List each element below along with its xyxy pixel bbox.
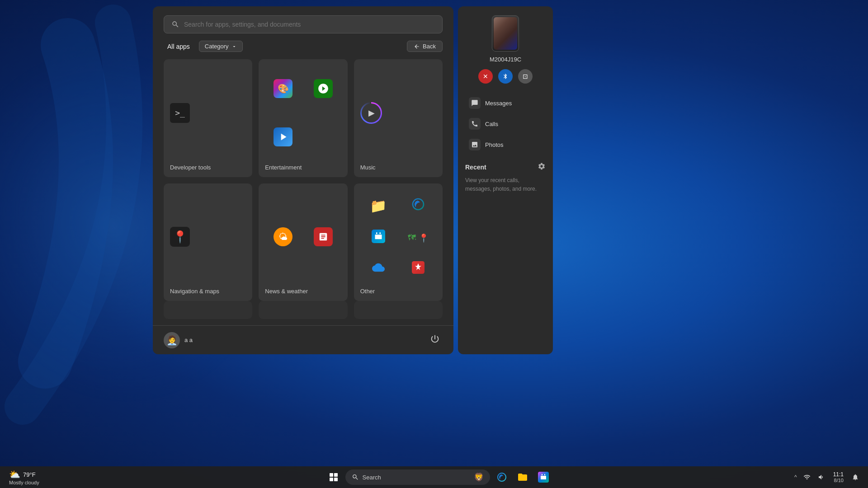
phone-menu-calls[interactable]: Calls [465, 113, 546, 134]
weather-temp: 79°F [23, 471, 36, 478]
phone-menu-photos[interactable]: Photos [465, 134, 546, 155]
store-icon [372, 230, 385, 246]
user-info[interactable]: 🧑‍💼 a a [164, 332, 193, 348]
taskbar-folder-icon [517, 472, 528, 483]
app-grid: >_ Developer tools 🎨 Entertainment [153, 59, 453, 301]
user-name: a a [184, 337, 193, 343]
movies-icon [274, 127, 292, 146]
news-icon [314, 227, 333, 246]
app-card-icons: 📍 [170, 192, 246, 283]
phone-device-name: M2004J19C [465, 56, 546, 63]
phone-action-disconnect[interactable]: ✕ [478, 69, 493, 84]
maps2-icon: 🗺 📍 [408, 233, 429, 243]
edge-icon [411, 197, 425, 215]
folder-icon: 📁 [370, 198, 387, 214]
phone-action-bluetooth[interactable] [498, 69, 513, 84]
app-card-label: News & weather [265, 288, 308, 295]
app-card-label: Entertainment [265, 164, 302, 171]
taskbar: ⛅ 79°F Mostly cloudy Search 🦁 [0, 466, 868, 488]
notification-center-button[interactable] [849, 471, 862, 483]
partial-card-1 [164, 301, 252, 319]
photos-label: Photos [485, 141, 503, 148]
phone-screen [494, 17, 517, 50]
weather-row: ⛅ 79°F [9, 469, 39, 480]
clock-widget[interactable]: 11:1 8/10 [830, 470, 847, 484]
user-avatar: 🧑‍💼 [164, 332, 180, 348]
recent-header: Recent [465, 162, 546, 172]
photos-icon [469, 139, 481, 150]
xbox-icon [314, 79, 333, 98]
recent-description: View your recent calls, messages, photos… [465, 177, 537, 192]
back-arrow-icon [414, 43, 420, 50]
chevron-down-icon [231, 44, 237, 49]
app-card-label: Navigation & maps [170, 288, 219, 295]
search-icon [171, 20, 179, 28]
partial-card-2 [259, 301, 347, 319]
taskbar-edge[interactable] [493, 468, 511, 486]
system-tray [801, 471, 828, 483]
phone-action-more[interactable]: ⊡ [518, 69, 533, 84]
app-card-entertainment[interactable]: 🎨 Entertainment [259, 59, 347, 177]
app-card-other[interactable]: 📁 🗺 📍 Other [354, 183, 443, 301]
tray-volume-icon[interactable] [815, 471, 828, 483]
show-hidden-icons-button[interactable]: ^ [793, 472, 799, 482]
back-button[interactable]: Back [407, 41, 443, 52]
clock-date: 8/10 [834, 478, 844, 483]
calls-label: Calls [485, 121, 498, 127]
app-card-icons: 🎨 [265, 67, 341, 159]
app-card-label: Developer tools [170, 164, 211, 171]
phone-image [492, 15, 519, 52]
power-button[interactable] [427, 331, 443, 349]
search-input[interactable] [184, 21, 435, 28]
taskbar-left: ⛅ 79°F Mostly cloudy [0, 467, 90, 487]
weather-icon: 🌤 [274, 227, 292, 246]
phone-panel: M2004J19C ✕ ⊡ Messages Calls Photos Rece… [458, 6, 553, 354]
apps-header: All apps Category Back [153, 41, 453, 59]
app-card-label: Other [360, 288, 375, 295]
spacer [314, 127, 333, 145]
all-apps-button[interactable]: All apps [164, 41, 193, 52]
start-button[interactable] [325, 468, 343, 486]
onedrive-icon [372, 261, 385, 277]
settings-icon [538, 162, 546, 170]
app-card-label: Music [360, 164, 376, 171]
phone-actions: ✕ ⊡ [465, 69, 546, 84]
taskbar-store[interactable] [534, 468, 552, 486]
taskbar-search-icon [352, 474, 359, 481]
calls-icon [469, 118, 481, 130]
music-play-icon [360, 102, 382, 124]
weather-description: Mostly cloudy [9, 480, 39, 485]
category-dropdown[interactable]: Category [199, 41, 243, 52]
recent-settings-button[interactable] [538, 162, 546, 172]
start-menu: All apps Category Back >_ Developer tool… [153, 6, 453, 354]
acrobat-icon [412, 261, 425, 277]
terminal-icon: >_ [170, 103, 190, 123]
taskbar-search-logo: 🦁 [474, 472, 484, 482]
app-card-icons: 🌤 [265, 192, 341, 283]
app-card-icons: >_ [170, 67, 246, 159]
app-card-icons: 📁 🗺 📍 [360, 192, 436, 283]
start-menu-footer: 🧑‍💼 a a [153, 325, 453, 354]
taskbar-right: ^ 11:1 8/10 [786, 470, 868, 484]
taskbar-search-text: Search [363, 474, 381, 481]
app-card-news-weather[interactable]: 🌤 News & weather [259, 183, 347, 301]
taskbar-store-icon [538, 472, 549, 483]
taskbar-file-explorer[interactable] [514, 468, 532, 486]
app-card-music[interactable]: Music [354, 59, 443, 177]
taskbar-edge-icon [496, 472, 507, 483]
app-card-icons [360, 67, 436, 159]
weather-widget[interactable]: ⛅ 79°F Mostly cloudy [5, 467, 43, 487]
partial-card-3 [354, 301, 443, 319]
search-bar-container[interactable] [164, 15, 443, 33]
maps-icon: 📍 [170, 227, 190, 247]
tray-network-icon[interactable] [801, 471, 813, 483]
paint-icon: 🎨 [274, 79, 292, 98]
clock-time: 11:1 [833, 471, 844, 478]
partial-cards [153, 301, 453, 325]
messages-label: Messages [485, 100, 512, 107]
taskbar-search[interactable]: Search 🦁 [345, 469, 490, 485]
app-card-navigation-maps[interactable]: 📍 Navigation & maps [164, 183, 252, 301]
recent-title: Recent [465, 164, 486, 171]
phone-menu-messages[interactable]: Messages [465, 93, 546, 113]
app-card-developer-tools[interactable]: >_ Developer tools [164, 59, 252, 177]
